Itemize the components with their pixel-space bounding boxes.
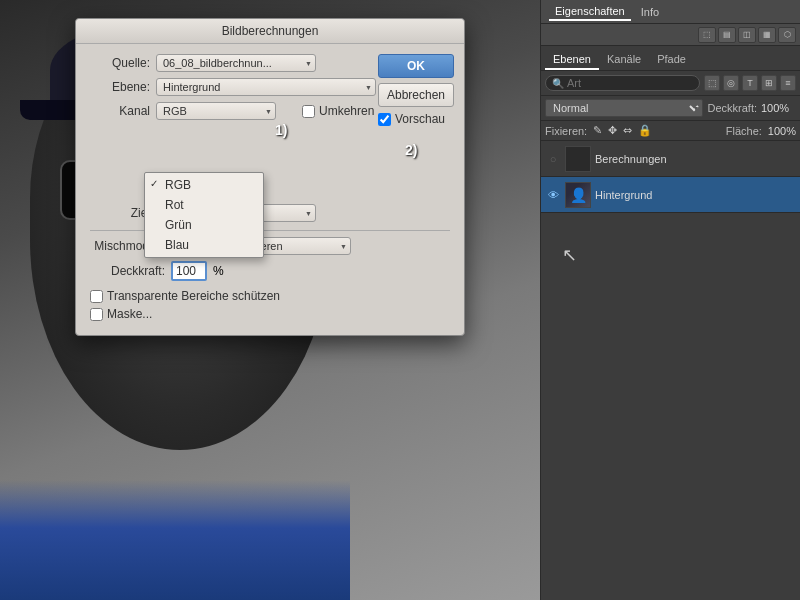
- quelle-label: Quelle:: [90, 56, 150, 70]
- blend-row: Normal Deckkraft: 100%: [541, 96, 800, 121]
- layer-row-hintergrund[interactable]: 👁 👤 Hintergrund: [541, 177, 800, 213]
- search-input[interactable]: [567, 77, 693, 89]
- umkehren-checkbox[interactable]: [302, 105, 315, 118]
- eye-icon-berechnungen[interactable]: ○: [545, 153, 561, 165]
- transp-checkbox[interactable]: [90, 290, 103, 303]
- panel-icon-1[interactable]: ⬚: [698, 27, 716, 43]
- ebene-select-wrap: Hintergrund: [156, 78, 376, 96]
- dropdown-item-blau[interactable]: Blau: [145, 235, 263, 255]
- panel-icons-row: ⬚ ▤ ◫ ▦ ⬡: [541, 24, 800, 46]
- search-input-wrap: 🔍: [545, 75, 700, 91]
- deckk-label: Deckkraft:: [90, 264, 165, 278]
- fix-icon-move[interactable]: ✥: [608, 124, 617, 137]
- search-row: 🔍 ⬚ ◎ T ⊞ ≡: [541, 71, 800, 96]
- maske-label: Maske...: [107, 307, 152, 321]
- dropdown-item-gruen[interactable]: Grün: [145, 215, 263, 235]
- kanal-dropdown-popup: RGB Rot Grün Blau: [144, 172, 264, 258]
- kanal-select-wrap: RGB: [156, 102, 276, 120]
- blend-mode-wrap: Normal: [545, 99, 703, 117]
- layer-name-hintergrund: Hintergrund: [595, 189, 796, 201]
- umkehren-label: Umkehren: [319, 104, 374, 118]
- dialog-body: OK Abbrechen Vorschau Quelle: 06_08_bild…: [76, 44, 464, 335]
- transp-label: Transparente Bereiche schützen: [107, 289, 280, 303]
- kanal-row: Kanal RGB Umkehren: [90, 102, 450, 120]
- tab-eigenschaften[interactable]: Eigenschaften: [549, 3, 631, 21]
- tab-info[interactable]: Info: [635, 4, 665, 20]
- deckk-row: Deckkraft: %: [90, 261, 450, 281]
- ebene-select[interactable]: Hintergrund: [156, 78, 376, 96]
- panel-icon-5[interactable]: ⬡: [778, 27, 796, 43]
- layer-thumb-berechnungen: [565, 146, 591, 172]
- search-icon: 🔍: [552, 78, 564, 89]
- ebene-label: Ebene:: [90, 80, 150, 94]
- maske-checkbox[interactable]: [90, 308, 103, 321]
- dropdown-item-rgb[interactable]: RGB: [145, 175, 263, 195]
- layer-tabs: Ebenen Kanäle Pfade: [541, 46, 800, 71]
- fix-icon-arrows[interactable]: ⇔: [623, 124, 632, 137]
- layer-name-berechnungen: Berechnungen: [595, 153, 796, 165]
- kanal-select[interactable]: RGB: [156, 102, 276, 120]
- icon-sm-3[interactable]: T: [742, 75, 758, 91]
- dialog-overlay: 1) 2) Bildberechnungen OK Abbrechen Vors…: [0, 0, 540, 600]
- tab-ebenen[interactable]: Ebenen: [545, 50, 599, 70]
- dropdown-item-rot[interactable]: Rot: [145, 195, 263, 215]
- dialog-titlebar: Bildberechnungen: [76, 19, 464, 44]
- panel-icon-2[interactable]: ▤: [718, 27, 736, 43]
- fix-icon-pen[interactable]: ✎: [593, 124, 602, 137]
- quelle-select-wrap: 06_08_bildberchnun...: [156, 54, 316, 72]
- tab-pfade[interactable]: Pfade: [649, 50, 694, 70]
- layer-thumb-hintergrund: 👤: [565, 182, 591, 208]
- step-annotation-1: 1): [275, 122, 287, 138]
- umkehren-row: Umkehren: [302, 104, 374, 118]
- ziel-label: Ziel: [90, 206, 150, 220]
- right-panel: Eigenschaften Info ⬚ ▤ ◫ ▦ ⬡ Ebenen Kanä…: [540, 0, 800, 600]
- fill-label: Fläche:: [726, 125, 762, 137]
- fill-value: 100%: [768, 125, 796, 137]
- search-icons: ⬚ ◎ T ⊞ ≡: [704, 75, 796, 91]
- tab-kanaele[interactable]: Kanäle: [599, 50, 649, 70]
- opacity-label: Deckkraft:: [707, 102, 757, 114]
- maske-row: Maske...: [90, 307, 450, 321]
- blend-mode-select[interactable]: Normal: [545, 99, 703, 117]
- icon-sm-1[interactable]: ⬚: [704, 75, 720, 91]
- transp-row: Transparente Bereiche schützen: [90, 289, 450, 303]
- kanal-label: Kanal: [90, 104, 150, 118]
- fix-label: Fixieren:: [545, 125, 587, 137]
- fix-icon-lock[interactable]: 🔒: [638, 124, 652, 137]
- icon-sm-5[interactable]: ≡: [780, 75, 796, 91]
- layer-row-berechnungen[interactable]: ○ Berechnungen: [541, 141, 800, 177]
- bildberechnungen-dialog: Bildberechnungen OK Abbrechen Vorschau Q…: [75, 18, 465, 336]
- eye-icon-hintergrund[interactable]: 👁: [545, 189, 561, 201]
- panel-top-bar: Eigenschaften Info: [541, 0, 800, 24]
- deckk-input[interactable]: [171, 261, 207, 281]
- icon-sm-2[interactable]: ◎: [723, 75, 739, 91]
- deckk-unit: %: [213, 264, 224, 278]
- ok-button[interactable]: OK: [378, 54, 454, 78]
- icon-sm-4[interactable]: ⊞: [761, 75, 777, 91]
- step-annotation-2: 2): [405, 142, 417, 158]
- dialog-title: Bildberechnungen: [222, 24, 319, 38]
- fix-row: Fixieren: ✎ ✥ ⇔ 🔒 Fläche: 100%: [541, 121, 800, 141]
- opacity-value: 100%: [761, 102, 796, 114]
- panel-icon-4[interactable]: ▦: [758, 27, 776, 43]
- panel-icon-3[interactable]: ◫: [738, 27, 756, 43]
- quelle-select[interactable]: 06_08_bildberchnun...: [156, 54, 316, 72]
